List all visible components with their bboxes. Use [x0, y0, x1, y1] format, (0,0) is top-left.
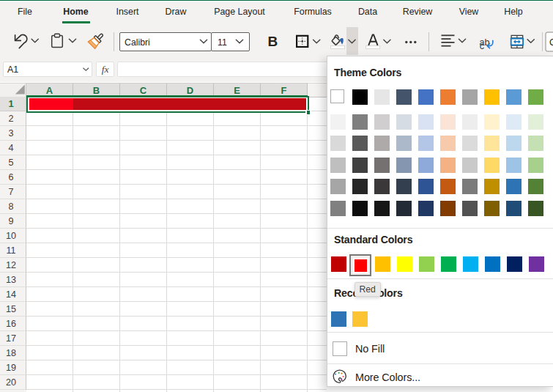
svg-text:G: G: [549, 37, 553, 48]
svg-text:ab: ab: [479, 37, 489, 48]
svg-text:B: B: [268, 34, 278, 49]
svg-text:c: c: [480, 41, 484, 51]
